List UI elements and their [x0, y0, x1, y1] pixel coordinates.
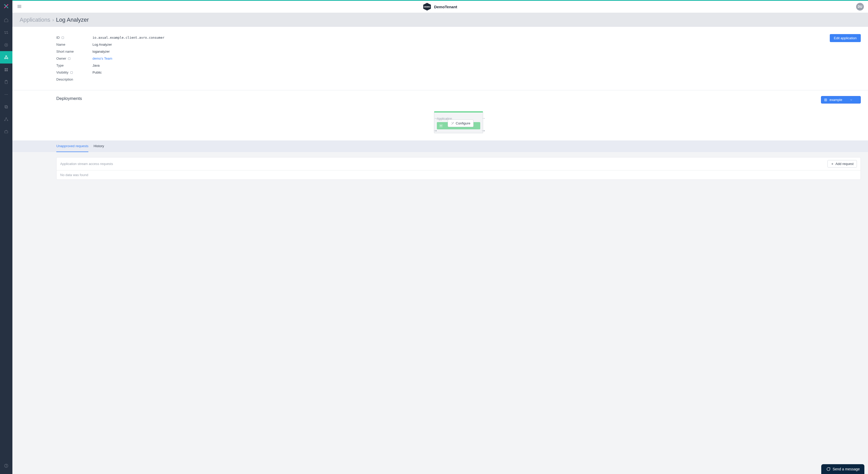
svg-rect-16	[5, 106, 7, 108]
tab-history[interactable]: History	[94, 140, 104, 152]
info-icon	[70, 71, 73, 74]
requests-title: Application stream access requests	[60, 162, 113, 166]
detail-label-description: Description	[56, 77, 92, 81]
deployments-section: Deployments example → → ⇢ ⇢ Application …	[12, 90, 384, 140]
svg-rect-17	[5, 106, 7, 108]
info-icon	[68, 57, 71, 60]
detail-label-owner: Owner	[56, 57, 92, 60]
detail-value-id: io.axual.example.client.avro.consumer	[92, 36, 164, 39]
svg-point-13	[5, 94, 5, 95]
info-icon	[61, 36, 64, 39]
detail-value-shortname: loganalyzer	[92, 49, 110, 54]
detail-value-visibility: Public	[92, 70, 101, 74]
main-content: Applications › Log Analyzer Edit applica…	[12, 13, 384, 210]
svg-point-15	[7, 94, 7, 95]
svg-rect-24	[62, 37, 64, 39]
svg-rect-8	[6, 68, 8, 69]
svg-point-0	[5, 32, 5, 32]
owner-link[interactable]: demo's Team	[92, 57, 113, 60]
svg-rect-21	[5, 131, 8, 133]
detail-label-shortname: Short name	[56, 49, 92, 54]
breadcrumb-current: Log Analyzer	[56, 16, 89, 23]
svg-rect-9	[5, 70, 6, 71]
nav-grid[interactable]	[0, 64, 12, 76]
svg-point-19	[4, 120, 5, 121]
breadcrumb-parent[interactable]: Applications	[20, 16, 51, 23]
sidebar	[0, 0, 12, 210]
svg-point-3	[6, 45, 7, 45]
svg-point-1	[7, 33, 8, 34]
svg-point-18	[6, 117, 7, 118]
svg-rect-26	[70, 71, 72, 74]
nav-distribute[interactable]	[0, 113, 12, 126]
nav-briefcase[interactable]	[0, 126, 12, 138]
tab-unapproved-requests[interactable]: Unapproved requests	[56, 140, 88, 152]
requests-section: Application stream access requests Add r…	[12, 152, 384, 190]
nav-home[interactable]	[0, 14, 12, 26]
detail-label-visibility: Visibility	[56, 70, 92, 74]
breadcrumb: Applications › Log Analyzer	[12, 13, 384, 27]
nav-clipboard[interactable]	[0, 76, 12, 88]
svg-point-5	[4, 58, 6, 59]
nav-copy[interactable]	[0, 101, 12, 113]
svg-rect-7	[5, 68, 6, 69]
svg-point-20	[7, 120, 8, 121]
nav-target[interactable]	[0, 39, 12, 51]
nav-more[interactable]	[0, 88, 12, 101]
menu-toggle-icon[interactable]	[17, 4, 23, 10]
detail-label-name: Name	[56, 43, 92, 46]
svg-rect-10	[6, 70, 8, 71]
topbar: DEMO DemoTenant DU	[12, 0, 384, 13]
logo-icon	[0, 0, 12, 12]
detail-value-type: Java	[92, 64, 99, 67]
svg-point-6	[7, 58, 8, 59]
svg-rect-25	[68, 58, 70, 60]
nav-streams[interactable]	[0, 26, 12, 39]
detail-value-owner: demo's Team	[92, 57, 113, 60]
deployments-title: Deployments	[56, 96, 82, 101]
detail-value-name: Log Analyzer	[92, 43, 112, 46]
tabs: Unapproved requests History	[12, 140, 384, 152]
detail-label-type: Type	[56, 64, 92, 67]
details-section: Edit application ID io.axual.example.cli…	[12, 34, 384, 90]
svg-point-14	[6, 94, 6, 95]
requests-empty-state: No data was found	[57, 170, 384, 179]
nav-applications[interactable]	[0, 51, 12, 64]
detail-label-id: ID	[56, 36, 92, 39]
chevron-right-icon: ›	[53, 17, 54, 23]
